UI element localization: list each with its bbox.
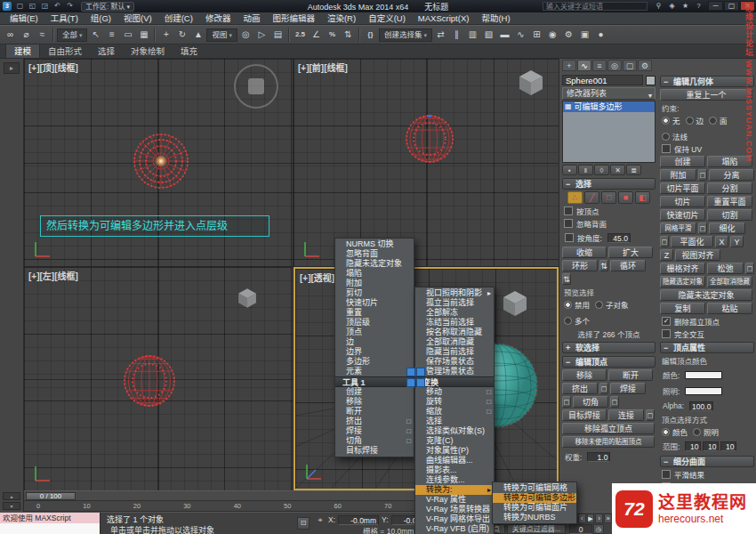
selection-button[interactable]: ⇅ xyxy=(562,273,571,285)
rollout-vertex-properties[interactable]: 顶点属性 xyxy=(660,342,754,353)
quad-menu-item[interactable]: 管理场景状态 xyxy=(415,367,494,376)
coordinate-system-dropdown[interactable]: 视图 xyxy=(206,28,237,42)
quad-menu-item[interactable]: 重置 xyxy=(335,308,414,318)
ribbon-tab[interactable]: 建模 xyxy=(5,44,40,58)
rollout-subdivision-surface[interactable]: 细分曲面 xyxy=(660,456,754,467)
edit-geometry-button[interactable]: 平面化 xyxy=(671,236,713,247)
quad-menu-header-tools[interactable]: 工具 1 xyxy=(335,376,414,387)
alpha-field[interactable]: 100.0 xyxy=(689,401,713,411)
quad-menu-item[interactable]: 隐藏当前选择 xyxy=(415,347,494,357)
render-production-icon[interactable]: ● xyxy=(593,28,608,43)
favorites-icon[interactable]: ★ xyxy=(680,1,691,11)
scene-explorer-icon[interactable]: ▥ xyxy=(465,28,480,43)
material-editor-icon[interactable]: ◉ xyxy=(545,28,560,43)
selection-button[interactable]: 收缩 xyxy=(562,247,607,258)
minimize-button[interactable]: ─ xyxy=(708,1,723,11)
app-logo-icon[interactable]: 3 xyxy=(3,2,12,11)
help-icon[interactable]: ? xyxy=(693,1,704,11)
quad-menu-item[interactable]: 快速切片 xyxy=(335,298,414,308)
quad-menu-item[interactable]: 隐藏未选定对象 xyxy=(335,259,414,269)
selection-button[interactable]: 循环 xyxy=(610,260,646,271)
ribbon-toggle-icon[interactable]: ▬ xyxy=(497,28,512,43)
quad-menu-item[interactable]: 连线参数... xyxy=(415,475,494,485)
undo-icon[interactable]: ↶ xyxy=(52,1,63,12)
edit-geometry-button[interactable]: 全部取消隐藏 xyxy=(707,276,752,287)
edit-geometry-button[interactable]: 网格平滑 xyxy=(660,222,696,234)
submenu-item[interactable]: 转换为可编辑面片 xyxy=(493,503,576,513)
select-and-rotate-icon[interactable]: ↻ xyxy=(174,28,189,43)
separator[interactable] xyxy=(288,28,290,42)
quad-menu-item[interactable]: 视口照明和阴影 xyxy=(415,288,494,298)
menu-item[interactable]: 工具(T) xyxy=(44,12,84,24)
quad-menu-item[interactable]: 切角 xyxy=(335,436,414,446)
quad-menu-item[interactable]: 元素 xyxy=(335,367,414,376)
submenu-item[interactable]: 转换为可编辑多边形 xyxy=(493,493,576,503)
selection-button[interactable]: 环形 xyxy=(562,260,598,271)
quad-menu-item[interactable]: 转换为: xyxy=(415,485,494,495)
edit-vertices-button[interactable]: 焊接 xyxy=(610,383,646,394)
geometry-checkbox[interactable]: 删除孤立顶点 xyxy=(662,316,752,327)
selection-checkbox[interactable]: 忽略背面 xyxy=(564,218,654,229)
edit-vertices-button[interactable]: 移除孤立顶点 xyxy=(562,423,655,434)
modifier-stack[interactable]: ▦ 可编辑多边形 xyxy=(562,101,655,163)
range-field[interactable]: 10 xyxy=(720,441,736,451)
quad-menu-item[interactable]: 顶点 xyxy=(335,328,414,337)
constraint-radio[interactable]: 无 xyxy=(662,115,680,125)
selection-filter-dropdown[interactable]: 全部 xyxy=(57,28,87,42)
submenu-item[interactable]: 转换为NURBS xyxy=(493,513,576,522)
edit-geometry-button[interactable]: □ xyxy=(698,222,707,234)
edit-geometry-button[interactable]: 重置平面 xyxy=(707,196,752,207)
save-file-icon[interactable]: ◲ xyxy=(39,1,51,12)
ribbon-tab[interactable]: 对象绘制 xyxy=(123,44,173,58)
quad-menu-item[interactable]: 塌陷 xyxy=(335,269,414,279)
edit-geometry-button[interactable]: 快速切片 xyxy=(660,209,705,221)
rollout-edit-geometry[interactable]: 编辑几何体 xyxy=(660,76,754,87)
selection-checkbox[interactable]: 按顶点 xyxy=(564,206,654,216)
bind-to-space-warp-icon[interactable]: ≈ xyxy=(35,28,50,43)
edit-geometry-button[interactable]: 分割 xyxy=(707,182,752,194)
menu-item[interactable]: 图形编辑器 xyxy=(266,12,321,24)
select-and-move-icon[interactable]: + xyxy=(158,28,173,43)
edit-geometry-button[interactable]: 粘贴 xyxy=(707,303,752,314)
quad-menu-item[interactable]: 克隆(C) xyxy=(415,436,494,446)
separator[interactable] xyxy=(358,28,360,42)
mirror-icon[interactable]: ⇄ xyxy=(433,28,448,43)
infocenter-search-input[interactable] xyxy=(543,2,647,11)
viewport-left[interactable]: [+][左][线框] xyxy=(24,267,293,490)
constraint-radio[interactable]: 法线 xyxy=(662,131,688,142)
viewport-front[interactable]: [+][前][线框] xyxy=(294,59,559,266)
modifier-list-dropdown[interactable]: 修改器列表 xyxy=(562,87,655,100)
play-icon[interactable]: ▶ xyxy=(587,514,595,523)
quad-menu-item[interactable]: 忽略背面 xyxy=(335,249,414,259)
remove-modifier-icon[interactable]: ✕ xyxy=(610,165,625,175)
viewport-layout-tab[interactable]: ▸ xyxy=(4,62,20,74)
edit-vertices-button[interactable]: □ xyxy=(646,409,655,421)
quad-menu-item[interactable]: 全部取消隐藏 xyxy=(415,337,494,347)
hierarchy-tab-icon[interactable]: ≡ xyxy=(592,60,607,71)
edit-vertices-button[interactable]: 移除 xyxy=(562,369,607,381)
quad-menu-item[interactable]: 孤立当前选择 xyxy=(415,298,494,308)
layer-explorer-icon[interactable]: ▧ xyxy=(481,28,496,43)
quad-menu-item[interactable]: 对象属性(P) xyxy=(415,446,494,456)
viewcube-icon[interactable] xyxy=(234,64,278,109)
selection-region-icon[interactable]: ▭ xyxy=(120,28,135,43)
quad-menu-item[interactable]: NURMS 切换 xyxy=(335,239,414,249)
sphere-object-left[interactable] xyxy=(117,348,182,414)
ribbon-tab[interactable]: 选择 xyxy=(90,44,123,58)
curve-editor-icon[interactable]: ∿ xyxy=(513,28,528,43)
redo-icon[interactable]: ↷ xyxy=(64,1,76,12)
quad-menu-item[interactable]: 全部解冻 xyxy=(415,308,494,318)
modify-tab-icon[interactable]: ∿ xyxy=(577,60,591,71)
object-name-field[interactable]: Sphere001 xyxy=(562,75,643,85)
quad-menu-item[interactable]: 剪切 xyxy=(335,288,414,298)
quad-menu-item[interactable]: 顶层级 xyxy=(335,318,414,328)
viewport-label-top[interactable]: [+][顶][线框] xyxy=(28,61,78,74)
edit-vertices-button[interactable]: □ xyxy=(610,396,619,408)
quad-menu-item[interactable]: 保存场景状态 xyxy=(415,357,494,367)
edit-named-selections-icon[interactable]: {} xyxy=(363,28,378,43)
selection-button[interactable]: ⇅ xyxy=(599,260,608,271)
border-mode-icon[interactable]: □ xyxy=(601,191,616,204)
key-filters-button[interactable]: 关键点过滤器... xyxy=(507,524,566,534)
edit-geometry-button[interactable]: 切割 xyxy=(707,209,752,221)
edit-vertices-button[interactable]: 挤出 xyxy=(562,383,598,394)
